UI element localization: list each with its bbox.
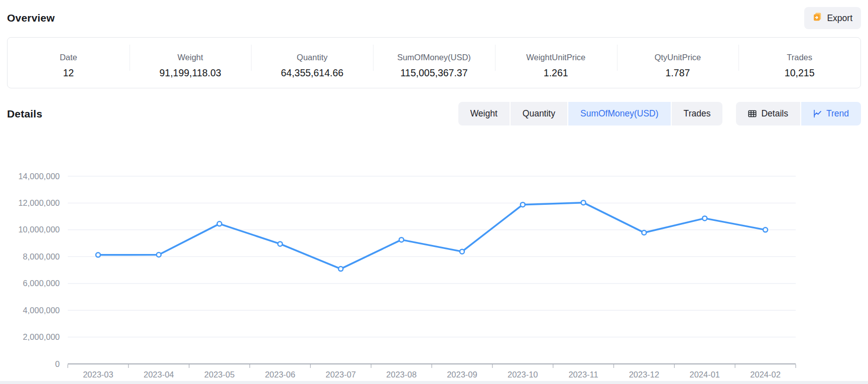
- stat-value: 12: [63, 67, 74, 79]
- x-axis-tick-label: 2023-04: [144, 370, 174, 379]
- stat-label: Weight: [178, 53, 203, 62]
- data-point: [157, 252, 161, 257]
- stat-value: 1.787: [666, 67, 690, 79]
- data-point: [217, 221, 222, 226]
- x-axis-tick-label: 2023-09: [447, 370, 477, 379]
- y-axis-tick-label: 12,000,000: [18, 198, 60, 207]
- stat-trades: Trades10,215: [738, 38, 860, 88]
- stat-label: SumOfMoney(USD): [397, 53, 471, 62]
- x-axis-tick-label: 2023-12: [629, 370, 660, 379]
- page-title: Overview: [7, 12, 55, 24]
- x-axis-tick-label: 2023-03: [83, 370, 113, 379]
- data-point: [521, 202, 525, 207]
- data-point: [642, 230, 646, 235]
- data-point: [460, 249, 464, 254]
- export-icon: [813, 12, 822, 24]
- y-axis-tick-label: 10,000,000: [18, 225, 60, 234]
- overview-stats-card: Date12Weight91,199,118.03Quantity64,355,…: [7, 37, 861, 88]
- y-axis-tick-label: 2,000,000: [23, 332, 60, 341]
- stat-weight: Weight91,199,118.03: [130, 38, 252, 88]
- view-tab-details[interactable]: Details: [736, 102, 800, 125]
- trend-line: [98, 203, 765, 269]
- data-point: [581, 200, 586, 205]
- x-axis-tick-label: 2023-10: [508, 370, 538, 379]
- stat-value: 1.261: [544, 67, 568, 79]
- x-axis-tick-label: 2023-06: [265, 370, 296, 379]
- data-point: [278, 241, 282, 246]
- view-tab-details-label: Details: [761, 108, 788, 119]
- x-axis-tick-label: 2023-08: [386, 370, 417, 379]
- y-axis-tick-label: 0: [55, 359, 60, 368]
- x-axis-tick-label: 2023-11: [568, 370, 598, 379]
- data-point: [702, 216, 707, 220]
- stat-value: 115,005,367.37: [400, 67, 467, 79]
- x-axis-tick-label: 2024-01: [689, 370, 720, 379]
- stat-quantity: Quantity64,355,614.66: [251, 38, 373, 88]
- stat-label: WeightUnitPrice: [526, 53, 585, 62]
- topbar: Overview Export: [7, 0, 861, 34]
- dashboard-page: Overview Export Date12Weight91,199,118.0…: [0, 0, 868, 384]
- page-bottom-strip: [0, 381, 868, 384]
- metric-tab-group: WeightQuantitySumOfMoney(USD)Trades: [458, 102, 723, 125]
- x-axis-tick-label: 2023-07: [325, 370, 356, 379]
- x-axis-tick-label: 2024-02: [750, 370, 781, 379]
- stat-value: 64,355,614.66: [281, 67, 343, 79]
- details-header-row: Details WeightQuantitySumOfMoney(USD)Tra…: [7, 102, 861, 125]
- stat-value: 10,215: [785, 67, 815, 79]
- data-point: [763, 227, 768, 232]
- data-point: [399, 237, 404, 242]
- tabs-area: WeightQuantitySumOfMoney(USD)Trades Deta…: [458, 102, 861, 125]
- stat-label: Trades: [787, 53, 812, 62]
- metric-tab-weight[interactable]: Weight: [458, 102, 510, 125]
- x-axis-tick-label: 2023-05: [204, 370, 235, 379]
- trend-icon: [813, 109, 822, 118]
- view-tab-group: Details Trend: [736, 102, 861, 125]
- trend-chart[interactable]: 02,000,0004,000,0006,000,0008,000,00010,…: [7, 150, 861, 384]
- metric-tab-quantity[interactable]: Quantity: [511, 102, 567, 125]
- metric-tab-trades[interactable]: Trades: [672, 102, 723, 125]
- y-axis-tick-label: 8,000,000: [23, 252, 60, 261]
- stat-label: Date: [60, 53, 77, 62]
- data-point: [338, 267, 343, 271]
- stat-sumofmoney-usd: SumOfMoney(USD)115,005,367.37: [373, 38, 495, 88]
- trend-chart-svg: 02,000,0004,000,0006,000,0008,000,00010,…: [7, 150, 861, 384]
- stat-label: Quantity: [297, 53, 327, 62]
- y-axis-tick-label: 14,000,000: [18, 172, 60, 181]
- metric-tab-sumofmoney-usd[interactable]: SumOfMoney(USD): [568, 102, 671, 125]
- y-axis-tick-label: 6,000,000: [23, 279, 60, 288]
- export-button-label: Export: [827, 13, 852, 24]
- details-title: Details: [7, 108, 42, 120]
- view-tab-trend[interactable]: Trend: [801, 102, 861, 125]
- view-tab-trend-label: Trend: [826, 108, 849, 119]
- data-point: [96, 252, 100, 257]
- stat-label: QtyUnitPrice: [655, 53, 701, 62]
- stat-qtyunitprice: QtyUnitPrice1.787: [617, 38, 739, 88]
- export-button[interactable]: Export: [804, 7, 861, 29]
- stat-value: 91,199,118.03: [159, 67, 221, 79]
- y-axis-tick-label: 4,000,000: [23, 306, 60, 315]
- stat-date: Date12: [8, 38, 130, 88]
- table-icon: [748, 109, 757, 118]
- stat-weightunitprice: WeightUnitPrice1.261: [495, 38, 617, 88]
